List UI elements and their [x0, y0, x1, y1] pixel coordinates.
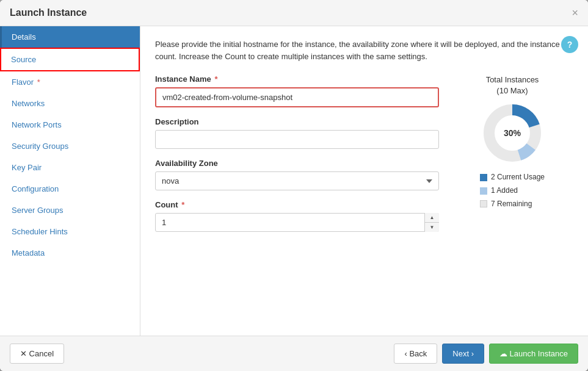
- legend-current-usage-label: 2 Current Usage: [491, 171, 545, 184]
- legend-added-color: [480, 187, 487, 195]
- sidebar-item-networks[interactable]: Networks: [0, 93, 140, 114]
- launch-icon: ☁: [499, 349, 510, 358]
- description-group: Description: [155, 117, 439, 149]
- help-button[interactable]: ?: [561, 36, 578, 53]
- count-decrement-button[interactable]: ▼: [425, 223, 439, 232]
- modal-title: Launch Instance: [10, 7, 87, 18]
- footer-right: ‹ Back Next › ☁ Launch Instance: [394, 344, 578, 364]
- donut-chart: 30%: [482, 103, 543, 164]
- instance-name-input[interactable]: [155, 87, 439, 107]
- sidebar-item-source[interactable]: Source: [0, 48, 140, 71]
- count-increment-button[interactable]: ▲: [425, 213, 439, 223]
- count-label: Count *: [155, 200, 439, 209]
- cancel-button[interactable]: ✕ Cancel: [10, 344, 64, 364]
- availability-zone-label: Availability Zone: [155, 159, 439, 168]
- form-section: Instance Name * Description Availability…: [155, 74, 439, 242]
- sidebar-item-details[interactable]: Details: [0, 26, 140, 48]
- legend-current-usage-color: [480, 174, 487, 181]
- count-input[interactable]: [155, 213, 439, 232]
- legend-remaining: 7 Remaining: [480, 198, 545, 211]
- sidebar-item-server-groups[interactable]: Server Groups: [0, 200, 140, 221]
- modal-body: DetailsSourceFlavor *NetworksNetwork Por…: [0, 26, 588, 336]
- sidebar-item-network-ports[interactable]: Network Ports: [0, 114, 140, 135]
- launch-instance-modal: Launch Instance × DetailsSourceFlavor *N…: [0, 0, 588, 371]
- count-input-wrapper: ▲ ▼: [155, 213, 439, 232]
- sidebar-item-flavor[interactable]: Flavor *: [0, 71, 140, 93]
- availability-zone-select[interactable]: nova Any Availability Zone: [155, 171, 439, 190]
- donut-percentage-label: 30%: [504, 128, 521, 138]
- instance-name-group: Instance Name *: [155, 74, 439, 107]
- sidebar: DetailsSourceFlavor *NetworksNetwork Por…: [0, 26, 140, 336]
- chart-legend: 2 Current Usage 1 Added 7 Remaining: [480, 171, 545, 211]
- modal-header: Launch Instance ×: [0, 0, 588, 26]
- chart-section: Total Instances (10 Max): [451, 74, 573, 242]
- sidebar-item-configuration[interactable]: Configuration: [0, 178, 140, 200]
- instance-name-label: Instance Name *: [155, 74, 439, 84]
- modal-footer: ✕ Cancel ‹ Back Next › ☁ Launch Instance: [0, 336, 588, 371]
- legend-added-label: 1 Added: [491, 184, 518, 198]
- close-button[interactable]: ×: [572, 7, 578, 18]
- sidebar-item-key-pair[interactable]: Key Pair: [0, 157, 140, 178]
- chart-title: Total Instances (10 Max): [486, 74, 539, 96]
- back-button[interactable]: ‹ Back: [394, 344, 437, 364]
- legend-remaining-color: [480, 200, 487, 207]
- legend-remaining-label: 7 Remaining: [491, 198, 532, 211]
- description-input[interactable]: [155, 130, 439, 149]
- sidebar-item-scheduler-hints[interactable]: Scheduler Hints: [0, 221, 140, 242]
- availability-zone-group: Availability Zone nova Any Availability …: [155, 159, 439, 190]
- legend-current-usage: 2 Current Usage: [480, 171, 545, 184]
- launch-instance-button[interactable]: ☁ Launch Instance: [489, 344, 578, 364]
- count-group: Count * ▲ ▼: [155, 200, 439, 232]
- next-button[interactable]: Next ›: [442, 344, 484, 364]
- description-text: Please provide the initial hostname for …: [155, 38, 570, 62]
- description-label: Description: [155, 117, 439, 126]
- count-spinners: ▲ ▼: [424, 213, 439, 232]
- content-area: ? Please provide the initial hostname fo…: [140, 26, 588, 336]
- sidebar-item-metadata[interactable]: Metadata: [0, 242, 140, 264]
- sidebar-item-security-groups[interactable]: Security Groups: [0, 135, 140, 157]
- legend-added: 1 Added: [480, 184, 545, 198]
- footer-left: ✕ Cancel: [10, 344, 64, 364]
